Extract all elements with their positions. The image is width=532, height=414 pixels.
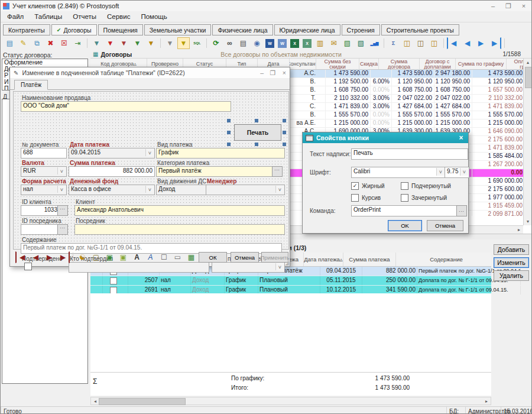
menu-item-4[interactable]: Помощь: [135, 12, 172, 21]
font-size-select[interactable]: 9.75˅: [445, 167, 469, 178]
form-settings-icon[interactable]: ▢: [90, 251, 102, 263]
minimize-button[interactable]: –: [485, 1, 501, 11]
italic-checkbox[interactable]: Курсив: [351, 194, 381, 202]
selection-handle[interactable]: [255, 143, 258, 146]
pay-date-field[interactable]: 09.04.2015˅: [69, 148, 155, 159]
seller-field[interactable]: ООО "Свой дом": [21, 101, 231, 112]
scroll-right-icon[interactable]: ▸: [515, 226, 523, 234]
pay-form-select[interactable]: нал˅: [21, 185, 67, 195]
scroll-left-icon[interactable]: ◂: [91, 397, 99, 405]
nav-next-icon[interactable]: ▶: [43, 251, 56, 263]
import-records-icon[interactable]: ⇥: [72, 37, 84, 49]
tab-2[interactable]: Помещения: [98, 24, 143, 35]
selection-handle[interactable]: [283, 119, 286, 122]
row-checkbox-cell[interactable]: [103, 276, 128, 285]
menu-item-2[interactable]: Отчеты: [67, 12, 102, 21]
filter-delete-icon[interactable]: ▼: [118, 37, 130, 49]
export-book-icon[interactable]: ▧: [355, 37, 367, 49]
menu-item-3[interactable]: Сервис: [102, 12, 135, 21]
edit-record-icon[interactable]: ✎: [17, 37, 30, 49]
copy-record-icon[interactable]: ⧉: [31, 37, 43, 49]
chart-icon[interactable]: ▂▅▇: [368, 37, 381, 49]
middleman-browse-button[interactable]: ...: [57, 224, 68, 235]
maximize-button[interactable]: ❐: [501, 1, 516, 11]
dropdown-arrow-icon[interactable]: ˅: [460, 168, 468, 176]
dropdown-arrow-icon[interactable]: ˅: [145, 186, 154, 193]
scroll-up-icon[interactable]: ▴: [524, 59, 532, 66]
payment-row[interactable]: 2507налДоходГрафикПлановый05.11.2015250 …: [90, 276, 491, 286]
pay-sum-field[interactable]: 882 000.00: [69, 166, 155, 177]
menu-item-1[interactable]: Таблицы: [29, 12, 67, 21]
column-header-11[interactable]: Оплачено по графику: [507, 59, 523, 70]
add-image-icon[interactable]: ▣: [117, 251, 129, 263]
dropdown-arrow-icon[interactable]: ˅: [145, 149, 154, 156]
scroll-down-icon[interactable]: ▾: [524, 218, 532, 225]
move-field[interactable]: Доход: [156, 185, 207, 195]
tab-0[interactable]: Контрагенты: [3, 24, 50, 35]
ok-button[interactable]: ОК: [199, 252, 227, 263]
selection-handle[interactable]: [227, 119, 231, 122]
middleman-field[interactable]: [74, 224, 285, 235]
underline-checkbox[interactable]: Подчеркнутый: [401, 182, 451, 190]
doc-num-field[interactable]: 688: [21, 148, 67, 159]
add-payment-button[interactable]: Добавить: [494, 244, 529, 255]
print-icon[interactable]: ▤: [237, 37, 249, 49]
selection-handle[interactable]: [227, 143, 231, 146]
print-preview-icon[interactable]: ◉: [251, 37, 263, 49]
search-icon[interactable]: ∞: [223, 37, 236, 49]
tab-6[interactable]: Строения: [342, 24, 380, 35]
selection-handle[interactable]: [255, 119, 258, 122]
column-header-9[interactable]: Договор с доплатами: [420, 59, 456, 70]
selection-handle[interactable]: [283, 143, 286, 146]
ok-button[interactable]: OK: [388, 220, 422, 231]
form-view-icon[interactable]: ◫: [414, 37, 427, 49]
sum-column-icon[interactable]: Σ: [387, 37, 400, 49]
dropdown-arrow-icon[interactable]: ˅: [57, 167, 66, 174]
merge-word-icon[interactable]: W: [278, 39, 287, 48]
insert-checkbox-icon[interactable]: ☐: [158, 251, 170, 263]
payments-hscrollbar[interactable]: ◂ ▸: [90, 397, 491, 405]
column-header-6[interactable]: Сумма без скидки: [316, 59, 359, 70]
dialog-minimize-button[interactable]: –: [260, 69, 264, 76]
dialog-close-button[interactable]: ×: [283, 69, 286, 76]
nav-first-icon[interactable]: ◀: [15, 251, 28, 263]
tab-3[interactable]: Земельные участки: [144, 24, 212, 35]
filter-save-icon[interactable]: ▼: [131, 37, 144, 49]
delete-filtered-icon[interactable]: ☒: [58, 37, 70, 49]
strike-checkbox[interactable]: Зачеркнутый: [401, 194, 447, 202]
column-header-5[interactable]: Консультант: [290, 59, 316, 70]
report-builder-icon[interactable]: ◫: [401, 37, 413, 49]
pay-cat-browse-button[interactable]: ...: [272, 166, 283, 177]
client-field[interactable]: Александр Анатольевич: [74, 205, 285, 216]
middleman-id-field[interactable]: [21, 224, 60, 235]
selection-handle[interactable]: [283, 131, 286, 134]
client-browse-button[interactable]: ...: [57, 205, 68, 216]
dropdown-arrow-icon[interactable]: ˅: [57, 186, 66, 193]
pay-kind-field[interactable]: График: [156, 148, 285, 159]
print-button[interactable]: Печать: [234, 124, 281, 141]
tab-4[interactable]: Физические лица: [212, 24, 273, 35]
column-header-7[interactable]: Скидка: [359, 59, 379, 70]
payments-hscroll-thumb[interactable]: [99, 398, 186, 405]
merge-excel-icon[interactable]: X: [303, 39, 312, 48]
column-header-8[interactable]: Сумма договора: [379, 59, 420, 70]
row-checkbox[interactable]: [110, 277, 117, 284]
nav-prev-icon[interactable]: ◀: [461, 37, 473, 49]
payments-column-header-7[interactable]: Дата платежа ▵: [304, 253, 343, 267]
delete-record-icon[interactable]: ✖: [44, 37, 57, 49]
selection-handle[interactable]: [227, 131, 231, 134]
contracts-vscrollbar[interactable]: ▴ ▾: [523, 59, 531, 225]
menu-item-0[interactable]: Файл: [2, 12, 29, 21]
sql-editor-icon[interactable]: SQL: [191, 37, 203, 49]
export-word-icon[interactable]: W: [265, 39, 274, 48]
dialog-maximize-button[interactable]: ❐: [270, 69, 275, 76]
cancel-button[interactable]: Отмена: [427, 220, 463, 231]
nav-first-icon[interactable]: ◀: [447, 37, 460, 49]
button-dialog-titlebar[interactable]: Свойства кнопки ×: [303, 132, 468, 143]
edit-payment-button[interactable]: Изменить: [494, 257, 529, 268]
delete-payment-button[interactable]: Удалить: [494, 270, 529, 281]
filter-edit-icon[interactable]: ▼: [145, 37, 157, 49]
export-archive-icon[interactable]: ▧: [341, 37, 353, 49]
filter-clear-icon[interactable]: ▼: [104, 37, 116, 49]
export-excel-icon[interactable]: X: [290, 39, 299, 48]
